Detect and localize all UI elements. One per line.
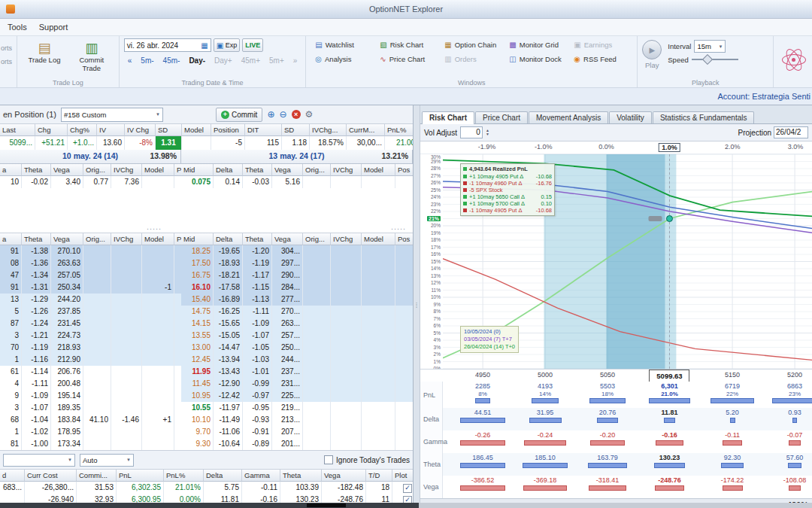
chain-cell[interactable]: 257.05 xyxy=(51,269,83,281)
summary-value-cell[interactable]: 1.18 xyxy=(282,136,310,150)
chain-cell[interactable]: -14.47 xyxy=(214,342,243,354)
totals-header-cell[interactable]: T/D xyxy=(366,470,392,482)
option-chain-row[interactable]: 70-1.19218.9313.00-14.47-1.05250... xyxy=(0,342,413,354)
summary-header-cell[interactable]: IV Chg xyxy=(125,124,156,136)
chain-cell[interactable] xyxy=(395,354,414,366)
chain-cell[interactable]: 304... xyxy=(272,245,303,257)
column-header[interactable]: Theta xyxy=(243,233,272,245)
risk-grid-cell[interactable]: 130.23 xyxy=(641,454,697,468)
chain-cell[interactable] xyxy=(395,176,414,188)
summary-header-cell[interactable]: Last xyxy=(0,124,35,136)
column-header[interactable]: Theta xyxy=(243,164,272,176)
chain-cell[interactable] xyxy=(142,294,174,306)
summary-value-cell[interactable]: +51.21 xyxy=(35,136,68,150)
option-chain-row[interactable]: 47-1.34257.0516.75-18.21-1.17290... xyxy=(0,269,413,281)
option-chain-row[interactable]: 9-1.09195.1410.95-12.42-0.97225... xyxy=(0,390,413,402)
zoom-out-icon[interactable]: ⊖ xyxy=(279,109,286,120)
chain-cell[interactable] xyxy=(303,281,331,294)
option-chain-row[interactable]: 08-1.36263.6317.50-18.93-1.19297... xyxy=(0,257,413,269)
summary-value-cell[interactable] xyxy=(182,136,211,150)
chain-cell[interactable] xyxy=(395,426,414,438)
chain-cell[interactable]: 213... xyxy=(272,414,303,426)
chain-cell[interactable] xyxy=(83,354,111,366)
totals-header-cell[interactable]: Gamma xyxy=(242,470,280,482)
column-header[interactable]: Theta xyxy=(22,233,51,245)
chain-cell[interactable] xyxy=(331,438,362,450)
chain-cell[interactable]: +1 xyxy=(142,414,174,426)
chain-cell[interactable]: -1.09 xyxy=(22,390,51,402)
totals-header-cell[interactable]: Curr Cost xyxy=(25,470,77,482)
chain-cell[interactable] xyxy=(142,330,174,342)
chain-cell[interactable] xyxy=(331,269,362,281)
date-nav-button[interactable]: Day- xyxy=(185,55,209,66)
chain-cell[interactable]: -1.07 xyxy=(243,330,272,342)
summary-header-cell[interactable]: DIT xyxy=(245,124,282,136)
risk-grid-cell[interactable]: 6,30121.0% xyxy=(641,382,697,403)
option-chain-button[interactable]: ▦Option Chain xyxy=(440,38,503,51)
chain-cell[interactable]: 61 xyxy=(0,366,22,378)
chain-cell[interactable]: 10.95 xyxy=(181,390,214,402)
chain-cell[interactable] xyxy=(331,294,362,306)
chain-cell[interactable]: 41.10 xyxy=(83,414,111,426)
totals-cell[interactable]: ✓ xyxy=(392,482,414,494)
spinner-arrows[interactable]: ▲▼ xyxy=(486,129,489,136)
chain-cell[interactable] xyxy=(142,390,174,402)
chain-cell[interactable]: 244.20 xyxy=(51,294,83,306)
risk-grid-cell[interactable]: -0.26 xyxy=(455,431,511,446)
chain-cell[interactable]: -0.95 xyxy=(243,402,272,414)
chain-cell[interactable] xyxy=(83,438,111,450)
chain-cell[interactable] xyxy=(331,366,362,378)
chain-cell[interactable] xyxy=(395,378,414,390)
column-header[interactable]: a xyxy=(0,164,22,176)
chain-cell[interactable]: 9.30 xyxy=(181,438,214,450)
chain-cell[interactable]: -1.15 xyxy=(243,281,272,294)
chain-cell[interactable]: 14.75 xyxy=(181,306,214,318)
chain-cell[interactable]: -1.26 xyxy=(22,306,51,318)
chain-cell[interactable] xyxy=(395,366,414,378)
chain-cell[interactable] xyxy=(362,245,395,257)
date-nav-button[interactable]: 5m- xyxy=(137,55,157,66)
chain-cell[interactable]: -12.90 xyxy=(214,378,243,390)
totals-header-cell[interactable]: Commi... xyxy=(77,470,117,482)
commit-trade-button[interactable]: ▥ Commit Trade xyxy=(69,38,114,75)
chain-cell[interactable] xyxy=(83,245,111,257)
chain-cell[interactable] xyxy=(111,318,142,330)
chain-cell[interactable]: -1.13 xyxy=(243,294,272,306)
chain-cell[interactable] xyxy=(362,390,395,402)
chain-cell[interactable] xyxy=(362,366,395,378)
chain-cell[interactable]: -1.17 xyxy=(243,269,272,281)
chain-cell[interactable]: -0.99 xyxy=(243,378,272,390)
chain-cell[interactable]: -15.05 xyxy=(214,330,243,342)
tab-risk-chart[interactable]: Risk Chart xyxy=(422,111,474,124)
trade-log-button[interactable]: ▤ Trade Log xyxy=(22,38,67,66)
risk-grid-cell[interactable]: -108.08 xyxy=(767,476,812,491)
chain-cell[interactable] xyxy=(395,438,414,450)
live-button[interactable]: LIVE xyxy=(242,38,263,52)
chain-cell[interactable] xyxy=(362,176,395,188)
risk-grid-cell[interactable]: -386.52 xyxy=(455,476,511,491)
chain-cell[interactable]: -11.06 xyxy=(214,426,243,438)
chain-cell[interactable]: 206.76 xyxy=(51,366,83,378)
chain-cell[interactable]: 178.95 xyxy=(51,426,83,438)
summary-value-cell[interactable]: 13.60 xyxy=(97,136,125,150)
chain-cell[interactable] xyxy=(331,426,362,438)
chain-cell[interactable] xyxy=(142,426,174,438)
position-select[interactable]: #158 Custom▼ xyxy=(61,108,163,122)
chain-cell[interactable]: 212.90 xyxy=(51,354,83,366)
totals-header-cell[interactable]: PnL% xyxy=(164,470,204,482)
risk-grid-cell[interactable]: 57.60 xyxy=(767,454,812,468)
option-chain-row[interactable]: 87-1.24231.4514.15-15.65-1.09263... xyxy=(0,318,413,330)
column-header[interactable]: IVChg xyxy=(331,233,362,245)
chain-cell[interactable]: 10.10 xyxy=(181,414,214,426)
chain-cell[interactable] xyxy=(303,330,331,342)
chain-cell[interactable]: 12.45 xyxy=(181,354,214,366)
chain-cell[interactable] xyxy=(111,354,142,366)
chain-cell[interactable] xyxy=(303,438,331,450)
risk-grid-cell[interactable]: -369.18 xyxy=(517,476,573,491)
chain-cell[interactable]: -1.31 xyxy=(22,281,51,294)
chain-cell[interactable]: -1.19 xyxy=(243,257,272,269)
chain-cell[interactable] xyxy=(395,342,414,354)
chain-cell[interactable]: 4 xyxy=(0,378,22,390)
chain-cell[interactable]: -1.34 xyxy=(22,269,51,281)
chain-cell[interactable]: -1.21 xyxy=(22,330,51,342)
